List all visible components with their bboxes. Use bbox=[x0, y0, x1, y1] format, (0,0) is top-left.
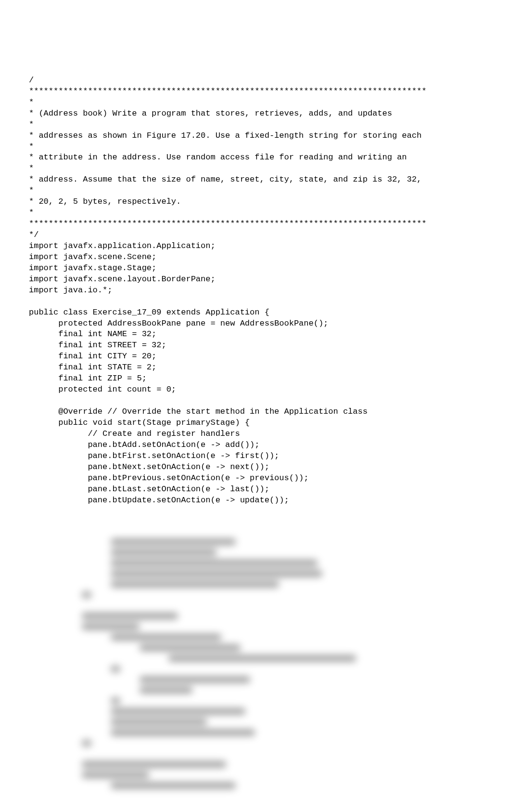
code-line: import javafx.stage.Stage; bbox=[29, 263, 482, 274]
code-line: import java.io.*; bbox=[29, 285, 482, 296]
code-line: * bbox=[29, 142, 482, 153]
code-line: * bbox=[29, 119, 482, 131]
code-line: */ bbox=[29, 230, 482, 241]
code-line: * address. Assume that the size of name,… bbox=[29, 174, 482, 185]
code-line: final int CITY = 20; bbox=[29, 351, 482, 362]
blurred-line bbox=[29, 776, 482, 787]
blurred-line bbox=[29, 649, 482, 660]
code-line: * 20, 2, 5 bytes, respectively. bbox=[29, 196, 482, 208]
document-page: /***************************************… bbox=[0, 0, 511, 812]
code-line: final int STATE = 2; bbox=[29, 362, 482, 373]
code-line: * attribute in the address. Use random a… bbox=[29, 152, 482, 163]
code-line: @Override // Override the start method i… bbox=[29, 406, 482, 418]
code-line: pane.btUpdate.setOnAction(e -> update())… bbox=[29, 495, 482, 506]
code-block: /***************************************… bbox=[29, 75, 482, 506]
code-line: import javafx.scene.Scene; bbox=[29, 252, 482, 263]
code-line: * addresses as shown in Figure 17.20. Us… bbox=[29, 131, 482, 142]
code-line: * bbox=[29, 185, 482, 196]
code-line: final int STREET = 32; bbox=[29, 340, 482, 351]
blurred-line bbox=[29, 596, 482, 607]
blurred-line bbox=[29, 692, 482, 702]
code-line: pane.btPrevious.setOnAction(e -> previou… bbox=[29, 473, 482, 484]
blurred-line bbox=[29, 681, 482, 692]
blurred-line bbox=[29, 745, 482, 755]
blurred-line bbox=[29, 617, 482, 628]
code-line: // Create and register handlers bbox=[29, 429, 482, 440]
blurred-line bbox=[29, 755, 482, 766]
code-line bbox=[29, 296, 482, 307]
code-line bbox=[29, 395, 482, 406]
code-line: public void start(Stage primaryStage) { bbox=[29, 418, 482, 429]
code-line: import javafx.scene.layout.BorderPane; bbox=[29, 274, 482, 285]
code-line: import javafx.application.Application; bbox=[29, 241, 482, 252]
code-line: pane.btLast.setOnAction(e -> last()); bbox=[29, 484, 482, 495]
blurred-line bbox=[29, 628, 482, 639]
code-line: * bbox=[29, 208, 482, 219]
code-line: protected AddressBookPane pane = new Add… bbox=[29, 318, 482, 329]
blurred-line bbox=[29, 543, 482, 554]
blurred-line bbox=[29, 660, 482, 670]
code-line: pane.btFirst.setOnAction(e -> first()); bbox=[29, 451, 482, 462]
blurred-preview-region bbox=[29, 533, 482, 787]
code-line: ****************************************… bbox=[29, 86, 482, 97]
blurred-line bbox=[29, 723, 482, 734]
code-line: public class Exercise_17_09 extends Appl… bbox=[29, 307, 482, 318]
blurred-line bbox=[29, 575, 482, 586]
blurred-line bbox=[29, 670, 482, 681]
code-line: ****************************************… bbox=[29, 219, 482, 230]
blurred-line bbox=[29, 734, 482, 745]
code-line: pane.btNext.setOnAction(e -> next()); bbox=[29, 462, 482, 473]
code-line: * bbox=[29, 97, 482, 108]
blurred-line bbox=[29, 607, 482, 617]
blurred-line bbox=[29, 766, 482, 776]
code-line: * (Address book) Write a program that st… bbox=[29, 108, 482, 119]
blurred-line bbox=[29, 586, 482, 596]
blurred-line bbox=[29, 713, 482, 723]
code-line: protected int count = 0; bbox=[29, 384, 482, 395]
code-line: pane.btAdd.setOnAction(e -> add()); bbox=[29, 440, 482, 451]
blurred-line bbox=[29, 533, 482, 543]
blurred-line bbox=[29, 702, 482, 713]
code-line: / bbox=[29, 75, 482, 86]
code-line: final int ZIP = 5; bbox=[29, 373, 482, 384]
code-line: final int NAME = 32; bbox=[29, 329, 482, 340]
blurred-line bbox=[29, 639, 482, 649]
code-line: * bbox=[29, 163, 482, 174]
blurred-line bbox=[29, 554, 482, 564]
blurred-line bbox=[29, 564, 482, 575]
